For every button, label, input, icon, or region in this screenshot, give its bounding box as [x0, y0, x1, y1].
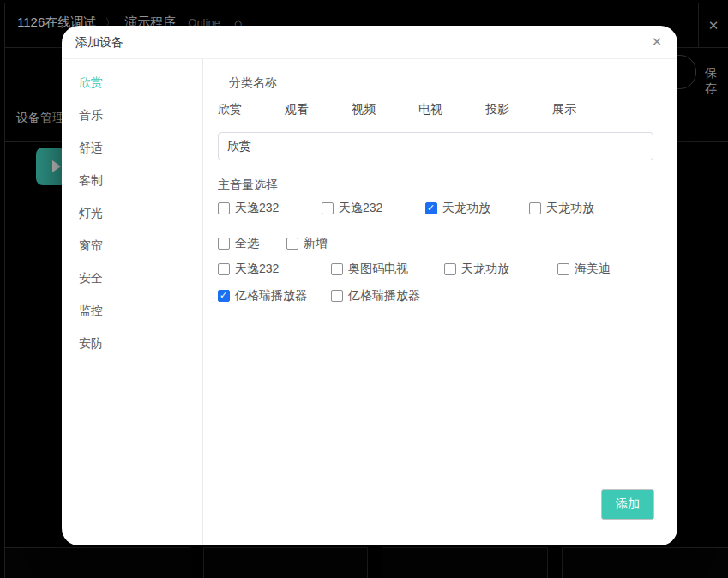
sidebar-item-appreciate[interactable]: 欣赏 [62, 66, 202, 99]
sidebar-item-lighting[interactable]: 灯光 [62, 196, 202, 229]
close-icon: ✕ [652, 34, 663, 50]
device-row: 亿格瑞播放器 亿格瑞播放器 [218, 288, 677, 304]
tab-tv[interactable]: 电视 [418, 102, 442, 117]
tab-projection[interactable]: 投影 [485, 102, 509, 117]
sidebar-item-monitoring[interactable]: 监控 [62, 294, 202, 327]
select-all-row: 全选 新增 [218, 236, 677, 251]
checkbox-icon[interactable] [218, 290, 230, 302]
checkbox-label: 天龙功放 [461, 262, 509, 277]
tab-device-management[interactable]: 设备管理 [16, 111, 64, 126]
modal-title: 添加设备 [75, 35, 123, 51]
checkbox-label: 新增 [304, 236, 328, 251]
checkbox-label: 亿格瑞播放器 [235, 288, 307, 304]
background-card [562, 547, 728, 578]
master-volume-label: 主音量选择 [218, 178, 677, 193]
checkbox-label: 全选 [235, 236, 259, 251]
checkbox-item[interactable]: 天龙功放 [425, 201, 529, 216]
checkbox-item[interactable]: 亿格瑞播放器 [331, 288, 420, 304]
device-row: 天逸232 奥图码电视 天龙功放 海美迪 [218, 262, 677, 277]
modal-body: 欣赏 音乐 舒适 客制 灯光 窗帘 安全 监控 安防 分类名称 欣赏 观看 视频… [62, 58, 677, 545]
play-icon [52, 160, 61, 172]
checkbox-label: 天逸232 [339, 201, 382, 216]
sidebar-item-curtain[interactable]: 窗帘 [62, 229, 202, 262]
background-card [4, 547, 190, 578]
checkbox-icon[interactable] [331, 263, 343, 275]
category-name-label: 分类名称 [229, 75, 677, 91]
sidebar-item-comfort[interactable]: 舒适 [62, 131, 202, 164]
checkbox-item[interactable]: 天龙功放 [529, 201, 594, 216]
tab-appreciate[interactable]: 欣赏 [218, 102, 242, 117]
sidebar-item-security[interactable]: 安防 [62, 327, 202, 359]
tab-display[interactable]: 展示 [552, 102, 576, 117]
checkbox-label: 奥图码电视 [348, 262, 408, 277]
checkbox-item[interactable]: 天逸232 [322, 201, 425, 216]
checkbox-icon[interactable] [218, 263, 230, 275]
checkbox-label: 天逸232 [235, 262, 279, 277]
modal-header: 添加设备 ✕ [62, 26, 677, 59]
app-window: 1126在线调试 〉 演示程序 Online ⌂ ✕ 保存 设备管理 添加设备 … [0, 0, 728, 578]
category-tabs: 欣赏 观看 视频 电视 投影 展示 [218, 102, 677, 117]
checkbox-item[interactable]: 天龙功放 [444, 262, 557, 277]
checkbox-label: 海美迪 [575, 262, 611, 277]
checkbox-icon[interactable] [286, 238, 298, 250]
checkbox-icon[interactable] [425, 202, 437, 214]
checkbox-icon[interactable] [218, 202, 230, 214]
tab-video[interactable]: 视频 [352, 102, 376, 117]
checkbox-item[interactable]: 亿格瑞播放器 [218, 288, 331, 304]
sidebar-item-custom[interactable]: 客制 [62, 164, 202, 196]
checkbox-icon[interactable] [557, 263, 569, 275]
category-sidebar: 欣赏 音乐 舒适 客制 灯光 窗帘 安全 监控 安防 [62, 58, 203, 545]
window-close-button[interactable]: ✕ [698, 3, 728, 47]
checkbox-icon[interactable] [331, 290, 343, 302]
checkbox-item[interactable]: 天逸232 [218, 201, 322, 216]
add-device-modal: 添加设备 ✕ 欣赏 音乐 舒适 客制 灯光 窗帘 安全 监控 安防 分类名称 欣… [62, 26, 677, 545]
background-card [203, 547, 368, 578]
checkbox-label: 天逸232 [235, 201, 279, 216]
checkbox-icon[interactable] [218, 238, 230, 250]
select-all-checkbox[interactable]: 全选 [218, 236, 286, 251]
sidebar-item-music[interactable]: 音乐 [62, 99, 202, 131]
modal-close-button[interactable]: ✕ [648, 33, 665, 51]
volume-device-row: 天逸232 天逸232 天龙功放 天龙功放 [218, 201, 677, 216]
modal-content: 分类名称 欣赏 观看 视频 电视 投影 展示 主音量选择 天逸232 [203, 58, 677, 545]
add-button[interactable]: 添加 [601, 489, 654, 520]
checkbox-item[interactable]: 天逸232 [218, 262, 331, 277]
checkbox-icon[interactable] [322, 202, 334, 214]
checkbox-icon[interactable] [529, 202, 541, 214]
checkbox-item[interactable]: 奥图码电视 [331, 262, 444, 277]
sidebar-item-safety[interactable]: 安全 [62, 262, 202, 294]
checkbox-label: 天龙功放 [442, 201, 490, 216]
save-button[interactable]: 保存 [705, 66, 728, 97]
checkbox-label: 天龙功放 [546, 201, 594, 216]
checkbox-item[interactable]: 海美迪 [557, 262, 611, 277]
category-name-input[interactable] [218, 132, 653, 160]
checkbox-icon[interactable] [444, 263, 456, 275]
add-new-checkbox[interactable]: 新增 [286, 236, 328, 251]
background-card [382, 547, 548, 578]
checkbox-label: 亿格瑞播放器 [348, 288, 420, 304]
close-icon: ✕ [708, 18, 719, 33]
tab-watch[interactable]: 观看 [285, 102, 309, 117]
